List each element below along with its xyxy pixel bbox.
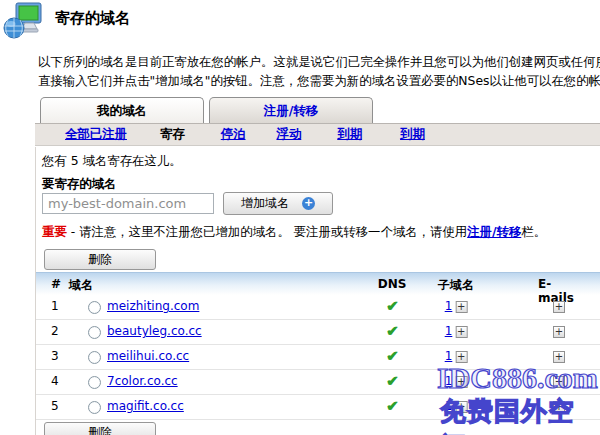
register-transfer-link[interactable]: 注册/转移	[467, 224, 521, 239]
table-row: 1 meizhiting.com ✔ 1+ +	[36, 295, 600, 320]
table-row: 2 beautyleg.co.cc ✔ 1+ +	[36, 320, 600, 345]
add-domain-button-label: 增加域名	[241, 195, 289, 212]
add-email-icon[interactable]: +	[553, 376, 565, 388]
add-domain-button[interactable]: 增加域名 +	[223, 192, 333, 215]
tab-register-transfer[interactable]: 注册/转移	[209, 97, 373, 123]
add-subdomain-icon[interactable]: +	[455, 401, 467, 413]
subnav-item-all-registered[interactable]: 全部已注册	[65, 126, 127, 143]
domain-radio-button[interactable]	[88, 326, 101, 339]
dns-ok-check-icon: ✔	[386, 324, 399, 339]
domain-link[interactable]: meilihui.co.cc	[107, 349, 189, 363]
domain-table: # 域名 DNS 子域名 E-mails 1 meizhiting.com ✔ …	[36, 272, 600, 420]
add-subdomain-icon[interactable]: +	[455, 301, 467, 313]
notice-text-before: - 请注意，这里不注册您已增加的域名。 要注册或转移一个域名，请使用	[67, 224, 467, 239]
description-line-1: 以下所列的域名是目前正寄放在您的帐户。这就是说它们已完全操作并且您可以为他们创建…	[38, 52, 600, 71]
row-number: 5	[51, 399, 59, 413]
important-label: 重要	[42, 224, 67, 239]
dns-ok-check-icon: ✔	[386, 299, 399, 314]
page-title: 寄存的域名	[55, 9, 130, 28]
add-subdomain-icon[interactable]: +	[455, 376, 467, 388]
subnav-item-parking[interactable]: 停泊	[221, 126, 246, 143]
content-panel: 您有 5 域名寄存在这儿。 要寄存的域名 增加域名 + 重要 - 请注意，这里不…	[35, 147, 600, 435]
domain-link[interactable]: magifit.co.cc	[107, 399, 184, 413]
subdomain-count-link[interactable]: 1	[445, 399, 453, 413]
domain-count-summary: 您有 5 域名寄存在这儿。	[42, 153, 182, 170]
tab-bar: 我的域名 注册/转移	[40, 97, 373, 123]
tab-my-domains[interactable]: 我的域名	[40, 97, 204, 123]
parked-domains-icon	[3, 2, 43, 42]
subdomain-count-link[interactable]: 1	[445, 374, 453, 388]
dns-ok-check-icon: ✔	[386, 374, 399, 389]
subdomain-count-link[interactable]: 1	[445, 324, 453, 338]
add-subdomain-icon[interactable]: +	[455, 351, 467, 363]
row-number: 3	[51, 349, 59, 363]
subnav-bar: 全部已注册 寄存 停泊 浮动 到期 到期	[35, 123, 600, 146]
table-row: 4 7color.co.cc ✔ 1+ +	[36, 370, 600, 395]
row-number: 2	[51, 324, 59, 338]
domain-link[interactable]: meizhiting.com	[107, 299, 199, 313]
domain-input[interactable]	[42, 193, 214, 214]
add-email-icon[interactable]: +	[553, 301, 565, 313]
domain-radio-button[interactable]	[88, 401, 101, 414]
dns-ok-check-icon: ✔	[386, 349, 399, 364]
subdomain-count-link[interactable]: 1	[445, 349, 453, 363]
description-line-2: 直接输入它们并点击"增加域名"的按钮。注意，您需要为新的域名设置必要的NSes以…	[38, 71, 600, 90]
delete-button-bottom[interactable]: 删除	[44, 422, 156, 435]
header-subdomains: 子域名	[438, 277, 474, 294]
domain-radio-button[interactable]	[88, 376, 101, 389]
row-number: 4	[51, 374, 59, 388]
dns-ok-check-icon: ✔	[386, 399, 399, 414]
notice-text-after: 栏。	[521, 224, 546, 239]
domain-table-body: 1 meizhiting.com ✔ 1+ + 2 beautyleg.co.c…	[36, 295, 600, 420]
domain-link[interactable]: 7color.co.cc	[107, 374, 178, 388]
plus-circle-icon: +	[302, 197, 315, 210]
domain-radio-button[interactable]	[88, 351, 101, 364]
page-description: 以下所列的域名是目前正寄放在您的帐户。这就是说它们已完全操作并且您可以为他们创建…	[38, 52, 600, 90]
subdomain-count-link[interactable]: 1	[445, 299, 453, 313]
delete-button-top[interactable]: 删除	[44, 249, 156, 270]
add-domain-label: 要寄存的域名	[42, 176, 116, 193]
important-notice: 重要 - 请注意，这里不注册您已增加的域名。 要注册或转移一个域名，请使用注册/…	[42, 224, 546, 241]
table-row: 5 magifit.co.cc ✔ 1+ +	[36, 395, 600, 420]
add-email-icon[interactable]: +	[553, 401, 565, 413]
subnav-item-parked-current[interactable]: 寄存	[160, 126, 185, 143]
subnav-item-floating[interactable]: 浮动	[277, 126, 302, 143]
domain-link[interactable]: beautyleg.co.cc	[107, 324, 202, 338]
add-email-icon[interactable]: +	[553, 326, 565, 338]
subnav-item-expiring-2[interactable]: 到期	[400, 126, 425, 143]
subnav-item-expiring-1[interactable]: 到期	[337, 126, 362, 143]
header-number: #	[51, 277, 61, 291]
add-subdomain-icon[interactable]: +	[455, 326, 467, 338]
add-email-icon[interactable]: +	[553, 351, 565, 363]
header-domain: 域名	[69, 277, 93, 294]
domain-table-header: # 域名 DNS 子域名 E-mails	[36, 272, 600, 295]
header-dns: DNS	[378, 277, 407, 291]
row-number: 1	[51, 299, 59, 313]
table-row: 3 meilihui.co.cc ✔ 1+ +	[36, 345, 600, 370]
domain-radio-button[interactable]	[88, 301, 101, 314]
